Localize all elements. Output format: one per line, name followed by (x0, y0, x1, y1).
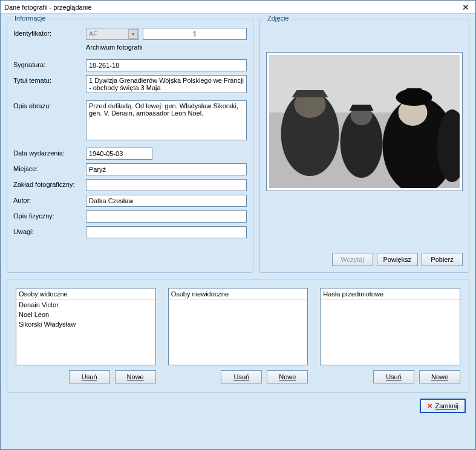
field-miejsce: Miejsce: (13, 163, 247, 175)
close-icon[interactable]: ✕ (460, 2, 472, 12)
photo-group-label: Zdjęcie (265, 15, 291, 22)
list-btns-visible: Usuń Nowe (16, 370, 156, 383)
miejsce-input[interactable] (86, 163, 247, 175)
top-row: Informacje Identyfikator: AF ▾ Archiwum … (7, 19, 469, 273)
photo-buttons: Wczytaj Powiększ Pobierz (266, 244, 463, 266)
usun-button-invisible[interactable]: Usuń (221, 370, 262, 383)
svg-rect-9 (406, 88, 423, 99)
photo-group: Zdjęcie (259, 19, 469, 273)
list-header-subjects: Hasła przedmiotowe (321, 289, 460, 300)
usun-button-subjects[interactable]: Usuń (373, 370, 414, 383)
content-area: Informacje Identyfikator: AF ▾ Archiwum … (1, 14, 475, 419)
label-tytul: Tytuł tematu: (13, 75, 86, 84)
zaklad-input[interactable] (86, 179, 247, 191)
list-col-visible: Osoby widoczne Denain Victor Noel Leon S… (16, 288, 156, 383)
list-item[interactable]: Noel Leon (16, 310, 155, 319)
label-autor: Autor: (13, 195, 86, 204)
close-x-icon: ✕ (427, 402, 432, 410)
zamknij-label: Zamknij (435, 402, 458, 409)
window-title: Dane fotografii - przeglądanie (4, 4, 91, 11)
pobierz-button[interactable]: Pobierz (422, 253, 463, 266)
field-opis-obrazu: Opis obrazu: Przed defiladą. Od lewej: g… (13, 100, 247, 142)
nowe-button-subjects[interactable]: Nowe (419, 370, 460, 383)
list-item[interactable]: Denain Victor (16, 300, 155, 310)
id-number-input[interactable] (143, 28, 247, 40)
info-group: Informacje Identyfikator: AF ▾ Archiwum … (7, 19, 253, 273)
photo-frame (266, 52, 463, 191)
list-header-invisible: Osoby niewidoczne (169, 289, 308, 300)
lists-group: Osoby widoczne Denain Victor Noel Leon S… (7, 279, 469, 393)
list-btns-subjects: Usuń Nowe (320, 370, 460, 383)
listbox-visible[interactable]: Osoby widoczne Denain Victor Noel Leon S… (16, 288, 156, 365)
titlebar: Dane fotografii - przeglądanie ✕ (1, 1, 475, 14)
label-identyfikator: Identyfikator: (13, 28, 86, 37)
nowe-button-visible[interactable]: Nowe (115, 370, 156, 383)
field-autor: Autor: (13, 195, 247, 207)
label-miejsce: Miejsce: (13, 163, 86, 172)
label-data: Data wydarzenia: (13, 148, 86, 157)
nowe-button-invisible[interactable]: Nowe (267, 370, 308, 383)
usun-button-visible[interactable]: Usuń (69, 370, 110, 383)
list-col-invisible: Osoby niewidoczne Usuń Nowe (168, 288, 308, 383)
list-col-subjects: Hasła przedmiotowe Usuń Nowe (320, 288, 460, 383)
label-sygnatura: Sygnatura: (13, 59, 86, 68)
field-data: Data wydarzenia: (13, 148, 247, 160)
field-zaklad: Zakład fotograficzny: (13, 179, 247, 191)
list-item[interactable]: Sikorski Władysław (16, 319, 155, 329)
footer: ✕ Zamknij (7, 393, 469, 413)
id-prefix-select: AF (86, 28, 139, 40)
archive-note: Archiwum fotografii (86, 44, 247, 51)
opis-obrazu-textarea[interactable]: Przed defiladą. Od lewej: gen. Władysław… (86, 100, 247, 140)
data-input[interactable] (86, 148, 152, 160)
sygnatura-input[interactable] (86, 59, 247, 71)
powieksz-button[interactable]: Powiększ (377, 253, 418, 266)
photo-image (269, 55, 460, 188)
field-sygnatura: Sygnatura: (13, 59, 247, 71)
uwagi-input[interactable] (86, 226, 247, 238)
lists-row: Osoby widoczne Denain Victor Noel Leon S… (16, 288, 460, 383)
list-header-visible: Osoby widoczne (16, 289, 155, 300)
field-identyfikator: Identyfikator: AF ▾ (13, 28, 247, 40)
label-zaklad: Zakład fotograficzny: (13, 179, 86, 188)
autor-input[interactable] (86, 195, 247, 207)
dialog-window: Dane fotografii - przeglądanie ✕ Informa… (0, 0, 476, 450)
listbox-invisible[interactable]: Osoby niewidoczne (168, 288, 308, 365)
opis-fiz-input[interactable] (86, 210, 247, 223)
list-btns-invisible: Usuń Nowe (168, 370, 308, 383)
listbox-subjects[interactable]: Hasła przedmiotowe (320, 288, 460, 365)
wczytaj-button: Wczytaj (332, 253, 373, 266)
tytul-textarea[interactable]: 1 Dywizja Grenadierów Wojska Polskiego w… (86, 75, 247, 93)
label-opis-fiz: Opis fizyczny: (13, 210, 86, 220)
field-tytul: Tytuł tematu: 1 Dywizja Grenadierów Wojs… (13, 75, 247, 94)
field-opis-fiz: Opis fizyczny: (13, 210, 247, 223)
label-uwagi: Uwagi: (13, 226, 86, 235)
info-group-label: Informacje (12, 15, 48, 22)
field-uwagi: Uwagi: (13, 226, 247, 238)
zamknij-button[interactable]: ✕ Zamknij (420, 399, 466, 413)
label-opis-obrazu: Opis obrazu: (13, 100, 86, 109)
